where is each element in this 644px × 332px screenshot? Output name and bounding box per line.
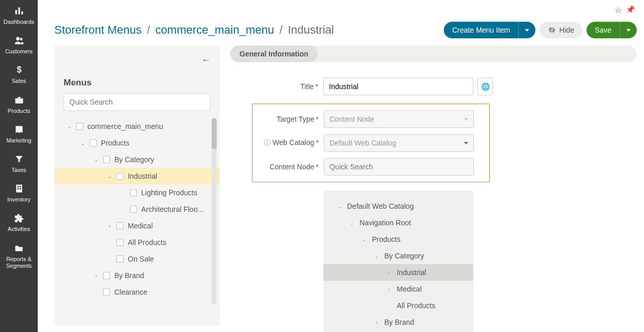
tree-checkbox[interactable]: [116, 222, 124, 229]
catalog-node[interactable]: ⌄By Category: [323, 248, 473, 264]
hide-button[interactable]: Hide: [540, 22, 582, 38]
save-button[interactable]: Save: [587, 22, 620, 38]
tree-checkbox[interactable]: [130, 206, 137, 213]
title-input[interactable]: [323, 78, 473, 95]
save-dropdown[interactable]: [620, 22, 637, 38]
tree-node[interactable]: ⌄By Category: [64, 151, 211, 168]
tree-checkbox[interactable]: [103, 272, 110, 279]
tree-toggle-icon[interactable]: ⌄: [361, 237, 368, 242]
catalog-label: By Brand: [384, 318, 414, 326]
back-arrow-icon[interactable]: ←: [201, 55, 211, 66]
web-catalog-label: Web Catalog: [273, 138, 314, 147]
tree-node[interactable]: Clearance: [64, 284, 211, 300]
tree-toggle-icon[interactable]: ›: [385, 270, 393, 276]
chevron-down-icon: [525, 29, 529, 32]
tree-checkbox[interactable]: [89, 139, 97, 147]
tree-toggle-icon[interactable]: ›: [373, 320, 380, 325]
tree-node[interactable]: ⌄commerce_main_menu: [64, 118, 211, 135]
catalog-node[interactable]: ⌄Products: [323, 231, 473, 248]
create-menu-item-button[interactable]: Create Menu Item: [444, 22, 518, 38]
tree-checkbox[interactable]: [116, 239, 124, 246]
tree-checkbox[interactable]: [103, 288, 110, 296]
tree-label[interactable]: All Products: [128, 238, 167, 247]
svg-point-3: [16, 37, 20, 41]
tree-node[interactable]: ›Medical: [64, 218, 211, 234]
tree-checkbox[interactable]: [103, 156, 110, 163]
tree-label[interactable]: Lighting Products: [141, 189, 197, 197]
info-icon: ⓘ: [264, 139, 271, 147]
tree-toggle-icon[interactable]: ›: [93, 273, 100, 279]
scrollbar-thumb[interactable]: [212, 118, 217, 149]
folder-icon: [12, 242, 26, 254]
nav-customers[interactable]: Customers: [0, 30, 38, 59]
tree-label[interactable]: Industrial: [128, 172, 157, 180]
svg-rect-8: [16, 185, 22, 193]
target-type-select[interactable]: Content Node: [324, 110, 474, 128]
briefcase-icon: [12, 94, 26, 106]
content-node-search[interactable]: [324, 158, 474, 176]
tree-node[interactable]: All Products: [64, 234, 211, 251]
catalog-label: Industrial: [397, 268, 426, 277]
scrollbar[interactable]: [212, 118, 217, 305]
nav-marketing[interactable]: Marketing: [0, 119, 38, 148]
translate-button[interactable]: 🌐: [477, 78, 493, 95]
tree-toggle-icon[interactable]: ›: [106, 223, 113, 229]
nav-sales[interactable]: $ Sales: [0, 59, 38, 89]
target-type-label: Target Type: [277, 115, 314, 123]
tree-toggle-icon[interactable]: ⌄: [93, 157, 100, 163]
tree-node[interactable]: ⌄Industrial: [54, 168, 220, 184]
tree-toggle-icon[interactable]: ⌄: [106, 174, 113, 179]
tree-label[interactable]: Products: [101, 139, 129, 147]
catalog-label: Products: [372, 235, 400, 243]
tree-toggle-icon[interactable]: ⌄: [66, 124, 73, 129]
catalog-label: All Products: [397, 301, 436, 310]
catalog-node[interactable]: ⌄Navigation Root: [323, 214, 473, 231]
catalog-node[interactable]: ›Medical: [323, 281, 473, 297]
breadcrumb-storefront[interactable]: Storefront Menus: [54, 23, 142, 36]
web-catalog-select[interactable]: Default Web Catalog: [324, 134, 474, 152]
catalog-node[interactable]: ⌄Default Web Catalog: [323, 198, 473, 214]
nav-taxes[interactable]: Taxes: [0, 148, 38, 178]
tree-toggle-icon[interactable]: ⌄: [348, 220, 355, 226]
catalog-label: By Category: [384, 252, 424, 260]
nav-products[interactable]: Products: [0, 89, 38, 119]
create-menu-item-dropdown[interactable]: [518, 22, 535, 38]
tree-label[interactable]: Clearance: [114, 288, 147, 296]
catalog-node[interactable]: ›Industrial: [323, 264, 473, 281]
tree-node[interactable]: ›By Brand: [64, 267, 211, 284]
svg-text:$: $: [17, 65, 21, 75]
tree-label[interactable]: By Brand: [114, 271, 144, 280]
tree-label[interactable]: Medical: [128, 222, 153, 230]
catalog-node[interactable]: ›By Brand: [323, 314, 473, 330]
tree-label[interactable]: Architectural Floo...: [141, 205, 204, 213]
tree-node[interactable]: On Sale: [64, 251, 211, 267]
nav-activities[interactable]: Activities: [0, 207, 38, 237]
breadcrumb-menu[interactable]: commerce_main_menu: [155, 23, 274, 36]
nav-dashboards[interactable]: Dashboards: [0, 0, 38, 30]
tree-label[interactable]: By Category: [114, 155, 154, 164]
tree-toggle-icon[interactable]: ⌄: [336, 204, 343, 209]
tree-checkbox[interactable]: [130, 189, 137, 196]
tree-toggle-icon[interactable]: ›: [385, 286, 393, 292]
svg-rect-1: [18, 7, 20, 14]
tree-node[interactable]: ⌄Products: [64, 135, 211, 151]
tree-node[interactable]: Architectural Floo...: [64, 201, 211, 218]
tree-checkbox[interactable]: [116, 255, 124, 263]
catalog-node[interactable]: All Products: [323, 297, 473, 314]
chevron-down-icon: [464, 118, 468, 121]
tree-toggle-icon[interactable]: ⌄: [373, 253, 380, 259]
tree-label[interactable]: On Sale: [128, 255, 154, 263]
pin-icon[interactable]: 📌: [626, 5, 635, 15]
tree-checkbox[interactable]: [116, 172, 124, 180]
menu-search-input[interactable]: [64, 93, 211, 111]
content-node-label: Content Node: [269, 163, 314, 171]
tree-label[interactable]: commerce_main_menu: [87, 122, 163, 131]
catalog-label: Medical: [397, 285, 422, 293]
nav-inventory[interactable]: Inventory: [0, 178, 38, 207]
tree-checkbox[interactable]: [76, 123, 83, 130]
nav-reports[interactable]: Reports & Segments: [0, 237, 38, 273]
tab-general-information[interactable]: General Information: [230, 46, 318, 62]
star-icon[interactable]: ☆: [615, 5, 622, 15]
tree-node[interactable]: Lighting Products: [64, 184, 211, 201]
tree-toggle-icon[interactable]: ⌄: [79, 140, 86, 146]
